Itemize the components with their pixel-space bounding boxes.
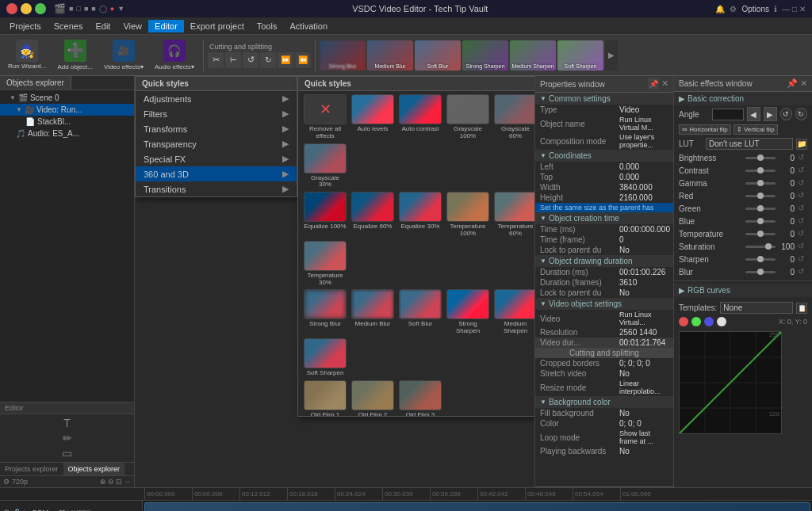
- video-effects-button[interactable]: 🎥 Video effects▾: [99, 38, 148, 72]
- blur-reset-icon[interactable]: ↺: [798, 267, 807, 276]
- shape-tool-icon[interactable]: ▭: [62, 447, 72, 460]
- options-label[interactable]: Options: [741, 5, 768, 13]
- menu-scenes[interactable]: Scenes: [48, 20, 90, 32]
- blue-slider[interactable]: [745, 220, 776, 223]
- tab-objects-explorer[interactable]: Objects explorer: [0, 76, 71, 90]
- scissors-icon[interactable]: ✂: [208, 52, 224, 68]
- basic-effects-pin-icon[interactable]: 📌: [787, 78, 798, 89]
- audio-effects-button[interactable]: 🎧 Audio effects▾: [150, 38, 199, 72]
- effect-remove-all[interactable]: ✕ Remove alleffects: [303, 94, 347, 140]
- gamma-slider[interactable]: [745, 182, 776, 185]
- blur-slider[interactable]: [745, 271, 776, 273]
- run-wizard-button[interactable]: 🧙 Run Wizard...: [3, 38, 51, 72]
- menu-transparency[interactable]: Transparency ▶: [136, 136, 297, 151]
- effect-old-film-2[interactable]: Old Film 2: [350, 380, 395, 417]
- drawing-duration-header[interactable]: ▼ Object drawing duration: [535, 255, 673, 267]
- track-lock-1[interactable]: 🔒: [13, 509, 21, 512]
- contrast-reset-icon[interactable]: ↺: [798, 166, 807, 175]
- toolbar-effect-soft-sharpen[interactable]: Soft Sharpen: [557, 40, 603, 71]
- effect-medium-sharpen[interactable]: MediumSharpen: [493, 289, 534, 335]
- effect-auto-levels[interactable]: Auto levels: [350, 94, 395, 140]
- temperature-reset-icon[interactable]: ↺: [798, 229, 807, 238]
- red-channel-dot[interactable]: [679, 317, 688, 326]
- props-pin-icon[interactable]: 📌: [648, 78, 659, 90]
- zoom-out-icon[interactable]: ⊖: [108, 478, 114, 486]
- effect-soft-sharpen[interactable]: Soft Sharpen: [303, 338, 347, 377]
- add-object-button[interactable]: ➕ Add object...: [52, 38, 97, 72]
- saturation-reset-icon[interactable]: ↺: [798, 242, 807, 251]
- curves-copy-icon[interactable]: 📋: [796, 303, 807, 314]
- basic-correction-header[interactable]: ▶ Basic correction: [674, 92, 812, 105]
- minimize-button[interactable]: [21, 3, 32, 14]
- close-button[interactable]: [6, 3, 17, 14]
- fit-icon[interactable]: ⊡: [116, 478, 122, 486]
- sharpen-slider[interactable]: [745, 258, 776, 261]
- effect-auto-contrast[interactable]: Auto contrast: [398, 94, 442, 140]
- fast-forward-icon[interactable]: ⏩: [278, 52, 293, 68]
- blue-reset-icon[interactable]: ↺: [798, 216, 807, 226]
- lut-load-icon[interactable]: 📁: [796, 139, 807, 150]
- gamma-reset-icon[interactable]: ↺: [798, 178, 807, 188]
- effect-equalize-30[interactable]: Equalize 30%: [398, 192, 442, 238]
- red-reset-icon[interactable]: ↺: [798, 191, 807, 200]
- title-minimize[interactable]: —: [782, 5, 790, 13]
- templates-select[interactable]: None: [720, 302, 793, 314]
- red-slider[interactable]: [745, 195, 776, 197]
- rgb-curves-canvas[interactable]: 255 128: [679, 331, 782, 434]
- effect-grayscale-60[interactable]: Grayscale60%: [493, 94, 534, 140]
- effect-grayscale-100[interactable]: Grayscale100%: [446, 94, 490, 140]
- redo-icon[interactable]: ↻: [260, 52, 276, 68]
- video-settings-header[interactable]: ▼ Video object settings: [535, 298, 673, 310]
- title-restore[interactable]: □: [792, 5, 797, 13]
- toolbar-effect-strong-sharpen[interactable]: Strong Sharpen: [462, 40, 508, 71]
- horizontal-flip-button[interactable]: ⇔ Horizontal flip: [679, 124, 731, 135]
- effect-equalize-60[interactable]: Equalize 60%: [350, 192, 395, 238]
- effect-temp-100[interactable]: Temperature100%: [446, 192, 490, 238]
- background-header[interactable]: ▼ Background color: [535, 396, 673, 408]
- toolbar-effect-soft-blur[interactable]: Soft Blur: [415, 40, 461, 71]
- tree-audio-es[interactable]: 🎵 Audio: ES_A...: [0, 128, 134, 139]
- effect-soft-blur[interactable]: Soft Blur: [398, 289, 442, 335]
- angle-decrease-button[interactable]: ◀: [747, 107, 760, 121]
- angle-reset-icon[interactable]: ↺: [780, 108, 792, 120]
- track-visibility-1[interactable]: 👁: [3, 509, 10, 512]
- angle-increase-button[interactable]: ▶: [764, 107, 777, 121]
- menu-transforms[interactable]: Transforms ▶: [136, 121, 297, 136]
- rgb-curves-header[interactable]: ▶ RGB curves: [674, 284, 812, 297]
- effects-more-button[interactable]: ▶: [605, 40, 618, 71]
- menu-export[interactable]: Export project: [184, 20, 251, 32]
- lut-select[interactable]: Don't use LUT: [706, 138, 793, 150]
- blue-channel-dot[interactable]: [704, 317, 714, 326]
- menu-tools[interactable]: Tools: [251, 20, 284, 32]
- track-content-1[interactable]: [143, 501, 812, 511]
- effect-old-film-3[interactable]: Old Film 3: [398, 380, 442, 417]
- effect-equalize-100[interactable]: Equalize 100%: [303, 192, 347, 238]
- tree-video-run[interactable]: ▼ 🎥 Video: Run...: [0, 104, 134, 116]
- coordinates-header[interactable]: ▼ Coordinates: [535, 150, 673, 162]
- angle-reset-2-icon[interactable]: ↻: [795, 108, 807, 120]
- effect-old-film-1[interactable]: Old Film 1: [303, 380, 347, 417]
- temperature-slider[interactable]: [745, 233, 776, 235]
- zoom-in-icon[interactable]: ⊕: [100, 478, 106, 486]
- text-tool-icon[interactable]: T: [63, 417, 71, 429]
- arrow-right-icon[interactable]: →: [124, 478, 131, 486]
- effect-medium-blur[interactable]: Medium Blur: [350, 289, 395, 335]
- brightness-slider[interactable]: [745, 157, 776, 159]
- vertical-flip-button[interactable]: ⇕ Vertical flip: [733, 124, 778, 135]
- menu-filters[interactable]: Filters ▶: [136, 106, 297, 121]
- effect-temp-30[interactable]: Temperature30%: [303, 241, 347, 287]
- menu-projects[interactable]: Projects: [3, 20, 48, 32]
- basic-effects-close-icon[interactable]: ✕: [800, 78, 807, 89]
- contrast-slider[interactable]: [745, 170, 776, 172]
- tree-scene-0[interactable]: ▼ 🎬 Scene 0: [0, 92, 134, 104]
- undo-icon[interactable]: ↺: [243, 52, 259, 68]
- prop-same-size-button[interactable]: Set the same size as the parent has: [535, 203, 673, 212]
- tab-objects-bottom[interactable]: Objects explorer: [63, 463, 125, 475]
- menu-edit[interactable]: Edit: [89, 20, 117, 32]
- angle-input[interactable]: 0.00: [712, 109, 744, 120]
- effect-strong-sharpen[interactable]: StrongSharpen: [446, 289, 490, 335]
- green-slider[interactable]: [745, 208, 776, 210]
- menu-view[interactable]: View: [117, 20, 148, 32]
- menu-editor[interactable]: Editor: [148, 20, 184, 32]
- menu-adjustments[interactable]: Adjustments ▶: [136, 91, 297, 106]
